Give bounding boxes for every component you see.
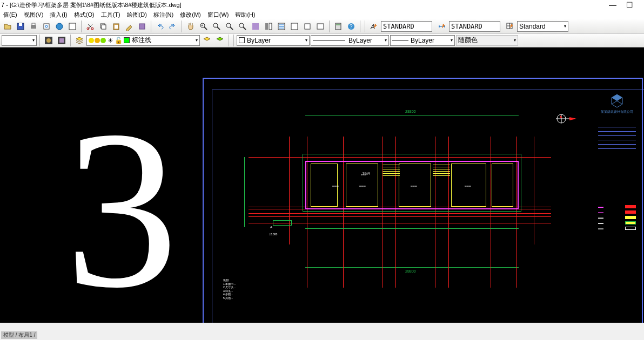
menu-window[interactable]: 窗口(W) xyxy=(205,11,231,19)
zoom-previous-icon[interactable]: - xyxy=(211,21,223,32)
chevron-down-icon: ▾ xyxy=(447,38,453,43)
separator xyxy=(81,21,82,32)
markup-icon[interactable] xyxy=(314,21,326,32)
plotstyle-dropdown[interactable]: 随颜色 ▾ xyxy=(456,35,518,46)
window-titlebar: 7 - [G:\造价学习\框架多层 案例1\8#图纸低版本\8#楼建筑低版本.d… xyxy=(0,0,644,10)
drawing-viewport[interactable]: 3 某某建筑设计有限公司 ▬▬ ▬▬ ▬▬ ▬▬ ▬▬ xyxy=(0,47,644,323)
tool-palette-icon[interactable] xyxy=(289,21,300,32)
dimstyle-icon[interactable] xyxy=(436,21,448,32)
svg-rect-14 xyxy=(139,24,145,29)
tool-icon[interactable] xyxy=(43,35,55,46)
calc-icon[interactable] xyxy=(332,21,344,32)
send-icon[interactable] xyxy=(66,21,78,32)
linetype-sample xyxy=(313,40,345,40)
layer-color-swatch xyxy=(124,37,130,43)
menu-view[interactable]: 视图(V) xyxy=(22,11,46,19)
model-tab[interactable]: 模型 xyxy=(3,332,14,338)
layer-states-icon[interactable] xyxy=(214,35,226,46)
menubar: 值(E) 视图(V) 插入(I) 格式(O) 工具(T) 绘图(D) 标注(N)… xyxy=(0,10,644,19)
zoom-extents-icon[interactable] xyxy=(237,21,249,32)
layer-sun-icon: ☀ xyxy=(108,37,113,44)
cube-logo-icon xyxy=(609,93,625,108)
layer-freeze-icon xyxy=(95,38,100,43)
color-dropdown[interactable]: ByLayer ▾ xyxy=(237,35,310,46)
menu-dimension[interactable]: 标注(N) xyxy=(151,11,176,19)
menu-help[interactable]: 帮助(H) xyxy=(233,11,257,19)
menu-tools[interactable]: 工具(T) xyxy=(99,11,123,19)
textstyle-icon[interactable]: A xyxy=(368,21,380,32)
layer-prev-icon[interactable] xyxy=(201,35,213,46)
preview-icon[interactable] xyxy=(41,21,52,32)
undo-icon[interactable] xyxy=(154,21,166,32)
open-icon[interactable] xyxy=(2,21,14,32)
minimize-button[interactable]: — xyxy=(609,1,616,9)
standard-toolbar: + - ? A Standard ▾ xyxy=(0,19,644,33)
help-icon[interactable]: ? xyxy=(345,21,357,32)
stair-icon xyxy=(383,165,400,181)
color-value: ByLayer xyxy=(247,37,271,44)
dim-style-dropdown[interactable] xyxy=(449,21,500,32)
zoom-realtime-icon[interactable]: + xyxy=(198,21,210,32)
svg-rect-30 xyxy=(317,24,324,29)
plotstyle-value: 随颜色 xyxy=(458,36,478,45)
svg-rect-11 xyxy=(102,25,106,29)
svg-point-40 xyxy=(46,38,51,43)
menu-insert[interactable]: 插入(I) xyxy=(48,11,69,19)
pan-icon[interactable] xyxy=(185,21,197,32)
svg-rect-1 xyxy=(19,23,22,26)
menu-edit[interactable]: 值(E) xyxy=(1,11,19,19)
layer-on-icon xyxy=(89,38,94,43)
save-icon[interactable] xyxy=(15,21,26,32)
workspace-dropdown[interactable]: ▾ xyxy=(2,35,37,46)
svg-text:+: + xyxy=(201,24,203,28)
model-layout-tabs[interactable]: 模型 / 布局1 / xyxy=(1,331,37,339)
lineweight-sample xyxy=(392,40,408,40)
tool-icon[interactable] xyxy=(56,35,68,46)
menu-draw[interactable]: 绘图(D) xyxy=(125,11,149,19)
copy-icon[interactable] xyxy=(97,21,109,32)
print-icon[interactable] xyxy=(28,21,39,32)
lineweight-value: ByLayer xyxy=(411,37,434,44)
layer-dropdown[interactable]: ☀ 🔓 标注线 ▾ xyxy=(86,35,200,46)
drawing-legend: ▬▬ ▬▬ ▬▬ ▬▬ ▬▬ xyxy=(598,204,636,231)
layout-tab[interactable]: 布局1 xyxy=(18,332,32,338)
chevron-down-icon: ▾ xyxy=(561,24,566,29)
tool-properties-icon[interactable] xyxy=(263,21,274,32)
svg-rect-42 xyxy=(59,38,64,43)
tablestyle-icon[interactable] xyxy=(504,21,516,32)
chevron-down-icon: ▾ xyxy=(192,38,198,43)
zoom-window-icon[interactable] xyxy=(224,21,236,32)
svg-rect-13 xyxy=(115,25,118,29)
tool-icon[interactable] xyxy=(250,21,261,32)
svg-rect-32 xyxy=(336,24,340,25)
separator xyxy=(182,21,182,32)
linetype-dropdown[interactable]: ByLayer ▾ xyxy=(311,35,389,46)
separator xyxy=(329,21,330,32)
menu-format[interactable]: 格式(O) xyxy=(72,11,97,19)
menu-modify[interactable]: 修改(M) xyxy=(178,11,203,19)
lineweight-dropdown[interactable]: ByLayer ▾ xyxy=(390,35,455,46)
svg-rect-28 xyxy=(291,23,298,30)
redo-icon[interactable] xyxy=(167,21,179,32)
publish-icon[interactable] xyxy=(53,21,65,32)
matchprops-icon[interactable] xyxy=(123,21,135,32)
layer-name: 标注线 xyxy=(132,36,151,45)
command-prompt[interactable]: > X xyxy=(3,322,15,323)
svg-rect-2 xyxy=(31,25,36,29)
paste-icon[interactable] xyxy=(110,21,122,32)
svg-text:?: ? xyxy=(350,24,353,30)
svg-rect-21 xyxy=(252,23,259,30)
maximize-button[interactable]: ☐ xyxy=(626,1,633,9)
sheetset-icon[interactable] xyxy=(301,21,313,32)
design-center-icon[interactable] xyxy=(276,21,287,32)
svg-rect-22 xyxy=(265,23,268,30)
linetype-value: ByLayer xyxy=(348,37,372,44)
cut-icon[interactable] xyxy=(84,21,96,32)
stair-icon xyxy=(433,165,450,181)
layer-lock-icon xyxy=(100,38,106,43)
svg-point-20 xyxy=(239,23,244,28)
table-style-dropdown[interactable]: Standard ▾ xyxy=(517,21,568,32)
block-icon[interactable] xyxy=(136,21,148,32)
layer-manager-icon[interactable] xyxy=(73,35,85,46)
text-style-dropdown[interactable] xyxy=(381,21,432,32)
